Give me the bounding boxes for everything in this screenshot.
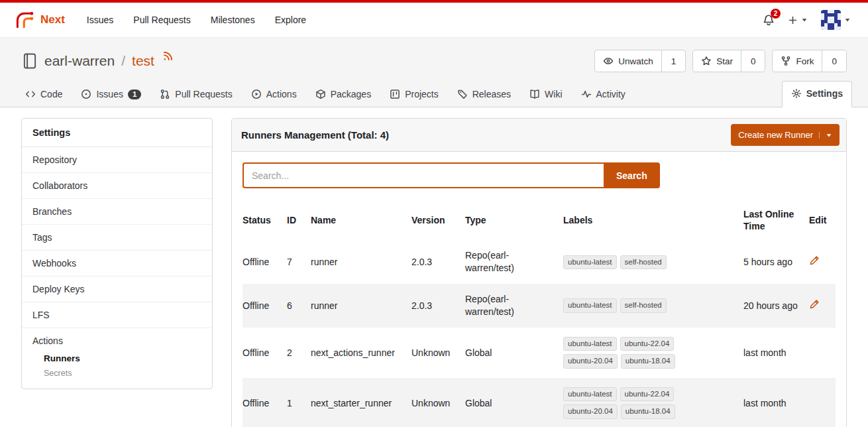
sidebar-item-webhooks[interactable]: Webhooks — [22, 251, 212, 276]
create-runner-button[interactable]: Create new Runner — [731, 124, 840, 146]
tab-label: Issues — [96, 89, 123, 99]
runner-id: 6 — [287, 290, 311, 322]
runner-labels: ubuntu-latest self-hosted — [563, 298, 694, 313]
repo-action-fork[interactable]: Fork — [773, 50, 822, 72]
project-icon — [390, 89, 400, 99]
repo-name-link[interactable]: test — [132, 53, 154, 69]
play-icon — [251, 89, 262, 99]
tab-settings[interactable]: Settings — [782, 81, 852, 107]
runner-name: next_starter_runner — [311, 388, 411, 419]
runner-status: Offline — [243, 388, 287, 419]
repo-path-separator: / — [121, 53, 125, 69]
runner-type: Repo(earl-warren/test) — [465, 284, 563, 328]
issues-count-badge: 1 — [128, 90, 141, 99]
runner-labels: ubuntu-latest self-hosted — [563, 255, 694, 270]
runner-status: Offline — [243, 247, 287, 278]
runner-version: 2.0.3 — [411, 247, 465, 278]
runner-type: Global — [465, 337, 563, 369]
tab-issues[interactable]: Issues 1 — [72, 82, 150, 107]
tab-label: Releases — [472, 89, 511, 99]
tab-label: Settings — [806, 88, 843, 99]
table-body: Offline 7 runner 2.0.3 Repo(earl-warren/… — [243, 240, 836, 427]
runner-label-chip: ubuntu-20.04 — [563, 404, 618, 419]
create-menu-button[interactable] — [788, 15, 808, 25]
repo-action-unwatch[interactable]: Unwatch — [595, 50, 661, 72]
navbar-item-pull-requests[interactable]: Pull Requests — [123, 8, 200, 32]
navbar-item-issues[interactable]: Issues — [77, 8, 123, 32]
column-header-name: Name — [311, 206, 411, 234]
user-menu-button[interactable] — [821, 10, 851, 30]
table-row: Offline 1 next_starter_runner Unknown Gl… — [243, 378, 836, 427]
notifications-button[interactable]: 2 — [763, 14, 775, 26]
sidebar-item-branches[interactable]: Branches — [22, 199, 212, 225]
repo-action-count-fork[interactable]: 0 — [822, 50, 846, 72]
sidebar-group-actions: Actions Runners Secrets — [22, 328, 212, 389]
runner-last-online: last month — [743, 388, 809, 419]
repo-header: earl-warren / test Unwatch 1 Star — [0, 38, 868, 107]
tab-actions[interactable]: Actions — [242, 82, 306, 107]
tab-releases[interactable]: Releases — [448, 82, 520, 107]
tab-projects[interactable]: Projects — [380, 82, 448, 107]
column-header-version: Version — [411, 206, 465, 234]
pulse-icon — [581, 89, 592, 99]
sidebar-item-actions[interactable]: Actions — [22, 328, 212, 351]
search-input[interactable] — [243, 162, 604, 188]
rss-feed-icon[interactable] — [162, 50, 174, 62]
column-header-status: Status — [243, 206, 287, 234]
runner-label-chip: ubuntu-20.04 — [563, 354, 618, 369]
repo-action-count-unwatch[interactable]: 1 — [661, 50, 686, 72]
sidebar-item-collaborators[interactable]: Collaborators — [22, 173, 212, 199]
navbar-item-milestones[interactable]: Milestones — [201, 8, 265, 32]
gear-icon — [791, 88, 802, 99]
sidebar-title: Settings — [22, 119, 212, 147]
runner-version: Unknown — [411, 388, 465, 419]
tab-label: Projects — [405, 89, 439, 99]
runner-id: 1 — [287, 388, 311, 419]
book-icon — [529, 89, 540, 99]
runner-name: runner — [311, 290, 411, 322]
tab-pull-requests[interactable]: Pull Requests — [150, 82, 241, 107]
edit-runner-icon[interactable] — [809, 299, 820, 310]
runner-label-chip: self-hosted — [620, 298, 667, 313]
navbar-item-explore[interactable]: Explore — [265, 8, 316, 32]
sidebar-item-deploy-keys[interactable]: Deploy Keys — [22, 276, 212, 302]
tab-packages[interactable]: Packages — [306, 82, 380, 107]
panel-header: Runners Management (Total: 4) Create new… — [232, 119, 846, 152]
tag-icon — [457, 89, 468, 99]
sidebar-item-secrets[interactable]: Secrets — [22, 366, 212, 381]
repo-action-label: Star — [716, 56, 733, 66]
plus-icon — [788, 15, 798, 25]
repo-action-group-fork: Fork 0 — [772, 50, 847, 72]
runner-label-chip: ubuntu-latest — [563, 298, 617, 313]
sidebar-item-repository[interactable]: Repository — [22, 147, 212, 173]
tab-wiki[interactable]: Wiki — [520, 82, 571, 107]
forgejo-logo — [15, 10, 34, 30]
repo-owner-link[interactable]: earl-warren — [44, 53, 115, 69]
notification-count-badge: 2 — [771, 9, 781, 19]
runner-label-chip: self-hosted — [620, 255, 667, 270]
tab-label: Wiki — [545, 89, 562, 99]
sidebar-item-runners[interactable]: Runners — [22, 351, 212, 366]
runner-labels: ubuntu-latest ubuntu-22.04 ubuntu-20.04 … — [563, 337, 694, 369]
repo-action-count-star[interactable]: 0 — [741, 50, 765, 72]
package-icon — [315, 89, 326, 99]
forgejo-home-link[interactable]: Next — [9, 10, 70, 30]
edit-runner-icon[interactable] — [809, 255, 820, 266]
sidebar-item-lfs[interactable]: LFS — [22, 302, 212, 328]
runner-label-chip: ubuntu-18.04 — [621, 404, 675, 419]
create-runner-label: Create new Runner — [738, 130, 813, 140]
search-button[interactable]: Search — [604, 162, 660, 188]
code-icon — [25, 89, 36, 99]
tab-activity[interactable]: Activity — [572, 82, 635, 107]
sidebar-item-tags[interactable]: Tags — [22, 225, 212, 251]
repo-action-label: Unwatch — [618, 56, 653, 66]
runner-last-online: 20 hours ago — [743, 290, 809, 322]
column-header-id: ID — [287, 206, 311, 234]
caret-down-icon — [819, 132, 832, 139]
table-row: Offline 2 next_actions_runner Unknown Gl… — [243, 328, 836, 378]
repo-action-star[interactable]: Star — [693, 50, 741, 72]
column-header-type: Type — [465, 206, 563, 234]
tab-code[interactable]: Code — [16, 82, 72, 107]
runner-type: Global — [465, 388, 563, 419]
runner-type: Repo(earl-warren/test) — [465, 240, 563, 284]
